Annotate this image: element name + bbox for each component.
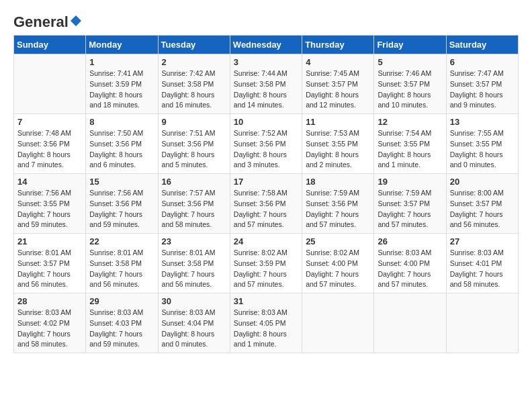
calendar-cell: 14Sunrise: 7:56 AM Sunset: 3:55 PM Dayli… (14, 174, 86, 234)
day-number: 29 (89, 296, 154, 306)
day-number: 14 (17, 177, 82, 187)
calendar-cell: 27Sunrise: 8:03 AM Sunset: 4:01 PM Dayli… (446, 234, 518, 293)
calendar-cell: 8Sunrise: 7:50 AM Sunset: 3:56 PM Daylig… (86, 114, 158, 174)
calendar-cell: 15Sunrise: 7:56 AM Sunset: 3:56 PM Dayli… (86, 174, 158, 234)
col-header-wednesday: Wednesday (230, 36, 302, 54)
col-header-saturday: Saturday (446, 36, 518, 54)
day-number: 16 (162, 177, 226, 187)
day-info: Sunrise: 7:56 AM Sunset: 3:56 PM Dayligh… (89, 188, 154, 230)
day-number: 23 (162, 236, 226, 246)
day-number: 26 (378, 236, 442, 246)
calendar-cell: 29Sunrise: 8:03 AM Sunset: 4:03 PM Dayli… (86, 293, 158, 353)
day-number: 1 (89, 57, 154, 67)
day-number: 13 (450, 117, 515, 127)
calendar-cell: 6Sunrise: 7:47 AM Sunset: 3:57 PM Daylig… (446, 54, 518, 114)
day-number: 5 (378, 57, 442, 67)
day-number: 28 (17, 296, 82, 306)
calendar-cell: 17Sunrise: 7:58 AM Sunset: 3:56 PM Dayli… (230, 174, 302, 234)
day-number: 30 (162, 296, 226, 306)
day-info: Sunrise: 7:51 AM Sunset: 3:56 PM Dayligh… (162, 128, 226, 171)
day-info: Sunrise: 8:01 AM Sunset: 3:57 PM Dayligh… (17, 248, 82, 290)
day-number: 17 (234, 177, 298, 187)
col-header-tuesday: Tuesday (158, 36, 230, 54)
day-info: Sunrise: 8:03 AM Sunset: 4:04 PM Dayligh… (162, 308, 226, 350)
day-info: Sunrise: 7:57 AM Sunset: 3:56 PM Dayligh… (162, 188, 226, 230)
day-number: 31 (234, 296, 298, 306)
calendar-cell: 24Sunrise: 8:02 AM Sunset: 3:59 PM Dayli… (230, 234, 302, 293)
logo-general: General (13, 13, 69, 31)
day-number: 7 (17, 117, 82, 127)
day-number: 24 (234, 236, 298, 246)
day-info: Sunrise: 8:01 AM Sunset: 3:58 PM Dayligh… (89, 248, 154, 290)
day-info: Sunrise: 7:46 AM Sunset: 3:57 PM Dayligh… (378, 68, 442, 111)
calendar-cell: 20Sunrise: 8:00 AM Sunset: 3:57 PM Dayli… (446, 174, 518, 234)
calendar-cell: 12Sunrise: 7:54 AM Sunset: 3:55 PM Dayli… (374, 114, 446, 174)
day-info: Sunrise: 7:56 AM Sunset: 3:55 PM Dayligh… (17, 188, 82, 230)
day-number: 21 (17, 236, 82, 246)
calendar-cell: 4Sunrise: 7:45 AM Sunset: 3:57 PM Daylig… (302, 54, 374, 114)
calendar-week-4: 21Sunrise: 8:01 AM Sunset: 3:57 PM Dayli… (14, 234, 519, 293)
logo-icon (70, 15, 82, 27)
col-header-monday: Monday (86, 36, 158, 54)
day-info: Sunrise: 7:55 AM Sunset: 3:55 PM Dayligh… (450, 128, 515, 171)
calendar-cell: 26Sunrise: 8:03 AM Sunset: 4:00 PM Dayli… (374, 234, 446, 293)
calendar-cell (446, 293, 518, 353)
calendar-cell: 11Sunrise: 7:53 AM Sunset: 3:55 PM Dayli… (302, 114, 374, 174)
calendar-cell: 25Sunrise: 8:02 AM Sunset: 4:00 PM Dayli… (302, 234, 374, 293)
calendar-cell: 9Sunrise: 7:51 AM Sunset: 3:56 PM Daylig… (158, 114, 230, 174)
day-info: Sunrise: 8:03 AM Sunset: 4:05 PM Dayligh… (234, 308, 298, 350)
svg-marker-0 (71, 15, 81, 26)
day-info: Sunrise: 8:02 AM Sunset: 3:59 PM Dayligh… (234, 248, 298, 290)
calendar-cell: 18Sunrise: 7:59 AM Sunset: 3:56 PM Dayli… (302, 174, 374, 234)
calendar-cell: 21Sunrise: 8:01 AM Sunset: 3:57 PM Dayli… (14, 234, 86, 293)
calendar-cell (14, 54, 86, 114)
day-number: 25 (306, 236, 370, 246)
day-info: Sunrise: 7:52 AM Sunset: 3:56 PM Dayligh… (234, 128, 298, 171)
day-number: 4 (306, 57, 370, 67)
calendar-week-2: 7Sunrise: 7:48 AM Sunset: 3:56 PM Daylig… (14, 114, 519, 174)
day-info: Sunrise: 7:54 AM Sunset: 3:55 PM Dayligh… (378, 128, 442, 171)
day-info: Sunrise: 7:59 AM Sunset: 3:56 PM Dayligh… (306, 188, 370, 230)
day-info: Sunrise: 8:03 AM Sunset: 4:03 PM Dayligh… (89, 308, 154, 350)
calendar-cell: 28Sunrise: 8:03 AM Sunset: 4:02 PM Dayli… (14, 293, 86, 353)
calendar-cell: 22Sunrise: 8:01 AM Sunset: 3:58 PM Dayli… (86, 234, 158, 293)
calendar-cell (374, 293, 446, 353)
col-header-sunday: Sunday (14, 36, 86, 54)
day-number: 10 (234, 117, 298, 127)
calendar-cell: 1Sunrise: 7:41 AM Sunset: 3:59 PM Daylig… (86, 54, 158, 114)
calendar-cell: 10Sunrise: 7:52 AM Sunset: 3:56 PM Dayli… (230, 114, 302, 174)
day-number: 19 (378, 177, 442, 187)
day-info: Sunrise: 8:03 AM Sunset: 4:02 PM Dayligh… (17, 308, 82, 350)
calendar-cell: 19Sunrise: 7:59 AM Sunset: 3:57 PM Dayli… (374, 174, 446, 234)
day-info: Sunrise: 7:58 AM Sunset: 3:56 PM Dayligh… (234, 188, 298, 230)
calendar-cell: 30Sunrise: 8:03 AM Sunset: 4:04 PM Dayli… (158, 293, 230, 353)
day-info: Sunrise: 7:44 AM Sunset: 3:58 PM Dayligh… (234, 68, 298, 111)
calendar-cell: 31Sunrise: 8:03 AM Sunset: 4:05 PM Dayli… (230, 293, 302, 353)
day-info: Sunrise: 7:47 AM Sunset: 3:57 PM Dayligh… (450, 68, 515, 111)
day-info: Sunrise: 8:02 AM Sunset: 4:00 PM Dayligh… (306, 248, 370, 290)
day-number: 18 (306, 177, 370, 187)
day-number: 11 (306, 117, 370, 127)
calendar-week-3: 14Sunrise: 7:56 AM Sunset: 3:55 PM Dayli… (14, 174, 519, 234)
calendar-cell (302, 293, 374, 353)
day-number: 3 (234, 57, 298, 67)
col-header-thursday: Thursday (302, 36, 374, 54)
day-number: 9 (162, 117, 226, 127)
day-info: Sunrise: 8:03 AM Sunset: 4:00 PM Dayligh… (378, 248, 442, 290)
day-number: 15 (89, 177, 154, 187)
day-number: 8 (89, 117, 154, 127)
calendar-cell: 5Sunrise: 7:46 AM Sunset: 3:57 PM Daylig… (374, 54, 446, 114)
day-info: Sunrise: 7:59 AM Sunset: 3:57 PM Dayligh… (378, 188, 442, 230)
day-number: 27 (450, 236, 515, 246)
calendar-cell: 2Sunrise: 7:42 AM Sunset: 3:58 PM Daylig… (158, 54, 230, 114)
day-number: 6 (450, 57, 515, 67)
day-info: Sunrise: 7:45 AM Sunset: 3:57 PM Dayligh… (306, 68, 370, 111)
calendar-cell: 23Sunrise: 8:01 AM Sunset: 3:58 PM Dayli… (158, 234, 230, 293)
day-info: Sunrise: 8:01 AM Sunset: 3:58 PM Dayligh… (162, 248, 226, 290)
day-number: 20 (450, 177, 515, 187)
calendar-cell: 13Sunrise: 7:55 AM Sunset: 3:55 PM Dayli… (446, 114, 518, 174)
calendar-cell: 7Sunrise: 7:48 AM Sunset: 3:56 PM Daylig… (14, 114, 86, 174)
day-info: Sunrise: 7:53 AM Sunset: 3:55 PM Dayligh… (306, 128, 370, 171)
day-info: Sunrise: 8:00 AM Sunset: 3:57 PM Dayligh… (450, 188, 515, 230)
day-info: Sunrise: 8:03 AM Sunset: 4:01 PM Dayligh… (450, 248, 515, 290)
